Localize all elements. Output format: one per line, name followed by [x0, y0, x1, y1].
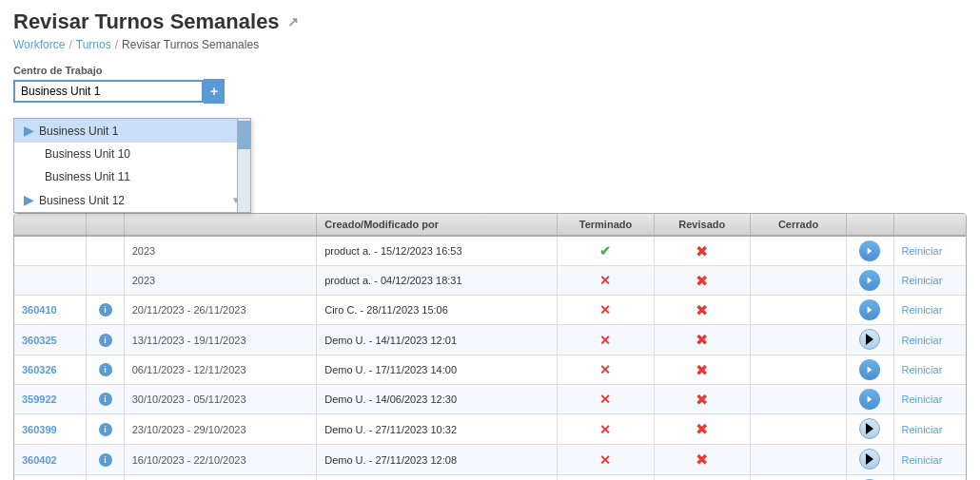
info-icon[interactable]: i [99, 393, 112, 406]
dropdown-item-2[interactable]: Business Unit 11 [14, 165, 250, 188]
cell-cerrado [750, 325, 846, 355]
navigate-button[interactable] [859, 240, 880, 261]
reiniciar-link[interactable]: Reiniciar [902, 394, 943, 405]
x-small-icon: ✕ [599, 302, 611, 317]
cell-cerrado [750, 266, 846, 296]
cell-nav[interactable] [847, 236, 893, 266]
cell-id: 360402 [14, 445, 87, 475]
table-row: 360326i06/11/2023 - 12/11/2023Demo U. - … [14, 355, 966, 385]
cell-creator: Demo U. - 14/11/2023 12:01 [317, 325, 558, 355]
col-creator-header: Creado/Modificado por [317, 214, 558, 236]
col-revisado-header: Revisado [654, 214, 750, 236]
cell-nav[interactable] [847, 325, 893, 355]
x-small-icon: ✕ [599, 362, 611, 377]
x-red-icon: ✖ [696, 243, 708, 259]
cell-nav[interactable] [847, 414, 893, 445]
table-container-wrapper: Creado/Modificado por Terminado Revisado… [13, 213, 967, 480]
navigate-button[interactable] [859, 359, 880, 380]
reiniciar-link[interactable]: Reiniciar [902, 245, 943, 257]
filter-label: Centro de Trabajo [13, 65, 967, 76]
cell-info[interactable]: i [87, 385, 124, 414]
dropdown-item-0[interactable]: ▶ Business Unit 1 [14, 119, 250, 143]
info-icon[interactable]: i [99, 453, 112, 467]
navigate-button[interactable] [859, 270, 880, 291]
info-icon[interactable]: i [99, 363, 112, 376]
cell-nav[interactable] [847, 266, 893, 296]
filter-section: Centro de Trabajo + ▶ Business Unit 1 Bu… [13, 65, 967, 104]
cell-revisado: ✖ [654, 325, 750, 355]
cell-id [14, 236, 87, 266]
cell-action[interactable]: Reiniciar [893, 385, 966, 414]
cell-date: 09/10/2023 - 15/10/2023 [124, 475, 317, 481]
reiniciar-link[interactable]: Reiniciar [902, 454, 943, 466]
cell-info[interactable]: i [87, 475, 124, 481]
col-cerrado-header: Cerrado [750, 214, 846, 236]
dropdown-item-1[interactable]: Business Unit 10 [14, 143, 250, 165]
navigate-button[interactable] [859, 449, 880, 470]
cell-date: 23/10/2023 - 29/10/2023 [124, 414, 317, 445]
cell-action[interactable]: Reiniciar [893, 296, 966, 325]
cell-cerrado [750, 355, 846, 385]
cell-revisado: ✖ [654, 414, 750, 445]
breadcrumb-workforce[interactable]: Workforce [13, 38, 65, 51]
reiniciar-link[interactable]: Reiniciar [902, 275, 943, 286]
cell-revisado: ✖ [654, 266, 750, 296]
navigate-button[interactable] [859, 299, 880, 320]
cell-info[interactable]: i [87, 414, 124, 445]
cell-action[interactable]: Reiniciar [893, 266, 966, 296]
navigate-button[interactable] [859, 418, 880, 439]
reiniciar-link[interactable]: Reiniciar [902, 364, 943, 375]
cell-info[interactable] [87, 236, 124, 266]
reiniciar-link[interactable]: Reiniciar [902, 304, 943, 316]
cell-info[interactable]: i [87, 445, 124, 475]
cell-nav[interactable] [847, 385, 893, 414]
cell-info[interactable]: i [87, 296, 124, 325]
cell-action[interactable]: Reiniciar [893, 325, 966, 355]
navigate-button[interactable] [859, 389, 880, 410]
expand-icon[interactable]: ↗ [287, 14, 299, 29]
cell-creator: Demo U. - 27/11/2023 12:08 [317, 445, 558, 475]
cell-date: 2023 [124, 266, 317, 296]
cell-nav[interactable] [847, 296, 893, 325]
col-date [124, 214, 317, 236]
dropdown-scroll-thumb [238, 121, 251, 149]
cell-action[interactable]: Reiniciar [893, 355, 966, 385]
reiniciar-link[interactable]: Reiniciar [902, 335, 943, 346]
x-small-icon: ✕ [599, 392, 611, 407]
cell-nav[interactable] [847, 445, 893, 475]
cell-info[interactable] [87, 266, 124, 296]
info-icon[interactable]: i [99, 423, 112, 436]
cell-info[interactable]: i [87, 355, 124, 385]
dropdown-item-3[interactable]: ▶ Business Unit 12 ▼ [14, 188, 250, 212]
cell-terminado: ✕ [558, 355, 654, 385]
dropdown-item-label-0: Business Unit 1 [39, 125, 118, 138]
cell-action[interactable]: Reiniciar [893, 414, 966, 445]
cell-terminado: ✔ [558, 475, 654, 481]
cell-id: 360410 [14, 296, 87, 325]
x-small-icon: ✕ [599, 333, 611, 348]
cell-date: 30/10/2023 - 05/11/2023 [124, 385, 317, 414]
cell-terminado: ✕ [558, 385, 654, 414]
arrow-icon-3: ▶ [24, 193, 33, 207]
title-text: Revisar Turnos Semanales [13, 10, 280, 34]
breadcrumb-turnos[interactable]: Turnos [76, 38, 111, 51]
cell-action[interactable]: Reiniciar [893, 445, 966, 475]
cell-date: 20/11/2023 - 26/11/2023 [124, 296, 317, 325]
dropdown-list: ▶ Business Unit 1 Business Unit 10 Busin… [13, 118, 251, 213]
navigate-button[interactable] [859, 329, 880, 350]
dropdown-scrollbar[interactable] [237, 119, 250, 212]
cell-nav[interactable] [847, 355, 893, 385]
svg-marker-4 [868, 366, 872, 373]
dropdown-item-label-3: Business Unit 12 [39, 194, 125, 207]
cell-action[interactable]: Reiniciar [893, 475, 966, 481]
info-icon[interactable]: i [99, 334, 112, 347]
cell-creator: Demo U. - 09/05/2023 13:51 [317, 475, 558, 481]
breadcrumb: Workforce / Turnos / Revisar Turnos Sema… [13, 38, 967, 51]
cell-nav[interactable] [847, 475, 893, 481]
info-icon[interactable]: i [99, 303, 112, 317]
reiniciar-link[interactable]: Reiniciar [902, 424, 943, 435]
cell-action[interactable]: Reiniciar [893, 236, 966, 266]
centro-trabajo-input[interactable] [13, 80, 204, 103]
filter-add-button[interactable]: + [204, 79, 225, 104]
cell-info[interactable]: i [87, 325, 124, 355]
